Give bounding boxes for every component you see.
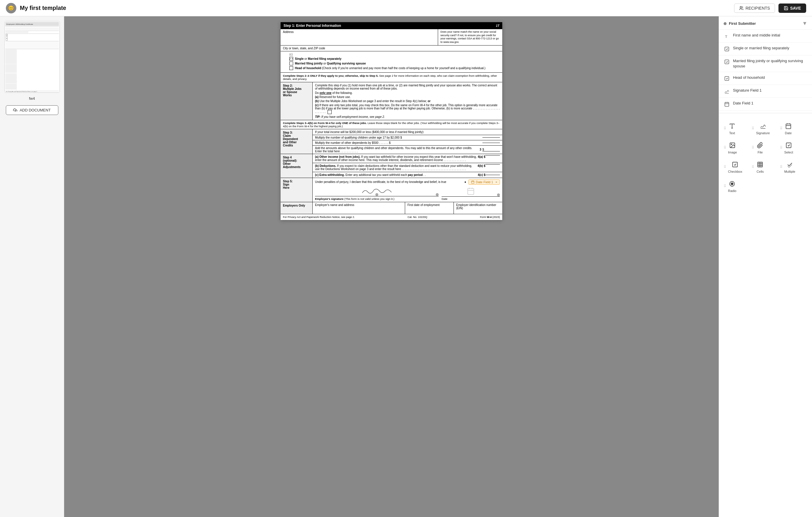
single-label: Single or Married filing separately xyxy=(295,57,342,60)
save-button[interactable]: SAVE xyxy=(779,3,806,13)
employers-label: Employers Only xyxy=(281,202,313,214)
select-tool-icon xyxy=(785,141,793,149)
field-item-first-name[interactable]: T First name and middle initial xyxy=(719,30,812,42)
text-field-icon: T xyxy=(724,33,730,39)
text-tool[interactable]: Text xyxy=(727,119,737,138)
svg-rect-4 xyxy=(5,27,59,27)
step5-penalty-text: Under penalties of perjury, I declare th… xyxy=(315,180,462,183)
sig-drag-handle[interactable] xyxy=(375,193,378,196)
head-checkbox[interactable] xyxy=(289,66,293,70)
calendar-icon-badge xyxy=(471,180,474,184)
checkbox-tool[interactable]: Checkbox xyxy=(727,157,744,176)
file-tool[interactable]: File xyxy=(755,138,765,157)
step2-c: (c) If there are only two jobs total, yo… xyxy=(315,104,500,114)
checkbox-tool-drag[interactable]: ⠿ xyxy=(724,165,726,169)
field-item-single[interactable]: Single or married filing separately xyxy=(719,42,812,55)
topbar-right: RECIPIENTS SAVE xyxy=(734,3,806,13)
multiple-tool-row: ⠿ Multiple xyxy=(780,157,807,176)
step5-penalty-row: Under penalties of perjury, I declare th… xyxy=(315,179,500,185)
field-label-first-name: First name and middle initial xyxy=(733,33,780,38)
svg-rect-28 xyxy=(472,181,474,183)
image-tool[interactable]: Image xyxy=(727,138,738,157)
date-tool-drag[interactable]: ⠿ xyxy=(780,126,783,131)
filing-single-option[interactable]: ✓ Single or Married filing separately xyxy=(289,57,496,61)
date-field-close[interactable]: × xyxy=(496,180,497,184)
svg-rect-5 xyxy=(5,28,59,30)
step4a-row: (a) Other income (not from jobs). If you… xyxy=(313,154,502,163)
step2c-checkbox[interactable] xyxy=(327,110,331,114)
filing-head-option[interactable]: Head of household (Check only if you're … xyxy=(289,66,496,70)
sig-resize-handle[interactable] xyxy=(436,193,439,196)
jointly-checkbox[interactable] xyxy=(289,62,293,65)
tools-grid: ⠿ Text ⠿ Signature xyxy=(724,119,807,196)
step5-title: Step 5: xyxy=(283,180,310,183)
multiple-tool-icon xyxy=(786,161,794,169)
file-tool-icon xyxy=(756,141,764,149)
date-resize-handle[interactable] xyxy=(497,194,500,196)
filing-status-section: (c) ✓ Single or Married filing separatel… xyxy=(281,51,502,73)
city-row: City or town, state, and ZIP code xyxy=(281,46,502,51)
file-tool-drag[interactable]: ⠿ xyxy=(752,146,754,150)
step3-row1-input xyxy=(483,137,500,138)
signature-field[interactable] xyxy=(315,186,439,196)
head-label: Head of household (Check only if you're … xyxy=(295,66,485,70)
field-item-jointly[interactable]: Married filing jointly or qualifying sur… xyxy=(719,55,812,72)
cells-tool-drag[interactable]: ⠿ xyxy=(752,165,754,169)
signature-tool[interactable]: Signature xyxy=(755,119,771,138)
step4b-row: (b) Deductions. If you expect to claim d… xyxy=(313,163,502,172)
radio-tool[interactable]: Radio xyxy=(727,177,737,196)
svg-rect-32 xyxy=(468,188,474,194)
step4-block: Step 4(optional): OtherAdjustments (a) O… xyxy=(281,154,502,178)
single-checkbox[interactable]: ✓ xyxy=(289,57,293,61)
multiple-tool-drag[interactable]: ⠿ xyxy=(780,165,783,169)
step2-label: Step 2: Multiple Jobsor SpouseWorks xyxy=(281,82,313,120)
footer-form: Form W-4 (2023) xyxy=(480,216,500,219)
app-icon: 😊 xyxy=(6,3,16,13)
footer-privacy: For Privacy Act and Paperwork Reduction … xyxy=(283,216,355,219)
step4b-input xyxy=(485,164,500,165)
multiple-tool[interactable]: Multiple xyxy=(783,157,796,176)
document-thumbnail[interactable]: Employee's Withholding Certificate xyxy=(4,21,60,93)
select-tool-drag[interactable]: ⠿ xyxy=(780,146,783,150)
add-document-button[interactable]: ADD DOCUMENT xyxy=(6,105,58,115)
step4-title: Step 4(optional): xyxy=(283,156,310,162)
svg-rect-14 xyxy=(5,41,59,41)
step2-block: Step 2: Multiple Jobsor SpouseWorks Comp… xyxy=(281,82,502,120)
field-label-signature: Signature Field 1 xyxy=(733,88,761,93)
checkbox-tool-row: ⠿ Checkbox xyxy=(724,157,751,176)
app-title: My first template xyxy=(20,5,66,11)
date-tool[interactable]: Date xyxy=(783,119,794,138)
field-item-date[interactable]: Date Field 1 xyxy=(719,98,812,111)
text-tool-drag[interactable]: ⠿ xyxy=(724,126,726,131)
svg-rect-22 xyxy=(17,73,59,83)
step4a-num: 4(a) $ xyxy=(478,155,485,159)
image-tool-drag[interactable]: ⠿ xyxy=(724,146,726,150)
collapse-button[interactable]: ▼ xyxy=(802,21,807,27)
text-tool-icon xyxy=(728,122,736,130)
cells-tool[interactable]: Cells xyxy=(755,157,765,176)
recipients-button[interactable]: RECIPIENTS xyxy=(734,3,775,13)
svg-rect-41 xyxy=(725,103,729,107)
select-tool-label: Select xyxy=(784,150,793,154)
step3-label: Step 3: ClaimDependentand OtherCredits xyxy=(281,129,313,154)
main-layout: Employee's Withholding Certificate xyxy=(0,16,812,517)
signature-tool-drag[interactable]: ⠿ xyxy=(752,126,754,131)
field-item-head[interactable]: Head of household xyxy=(719,72,812,85)
step3-row3: Add the amounts above for qualifying chi… xyxy=(313,146,502,154)
field-item-signature[interactable]: Signature Field 1 xyxy=(719,85,812,98)
date-field-badge[interactable]: Date Field 1 × xyxy=(468,179,500,185)
checkbox-tool-icon xyxy=(731,161,739,169)
step5-subtitle: SignHere xyxy=(283,183,310,189)
sig-labels-row: Employee's signature (This form is not v… xyxy=(315,197,500,200)
submitter-label: First Submitter xyxy=(729,21,756,26)
signature-tool-icon xyxy=(759,122,767,130)
filing-jointly-option[interactable]: Married filing jointly or Qualifying sur… xyxy=(289,62,496,65)
radio-tool-drag[interactable]: ⠿ xyxy=(724,184,726,188)
select-tool[interactable]: Select xyxy=(783,138,794,157)
radio-tool-label: Radio xyxy=(728,189,736,193)
step3-row1: Multiply the number of qualifying childr… xyxy=(313,135,502,140)
date-field-area[interactable] xyxy=(442,186,500,197)
date-field-icon xyxy=(724,101,730,107)
step3-content: If your total income will be $200,000 or… xyxy=(313,129,502,154)
topbar: 😊 My first template RECIPIENTS SAVE xyxy=(0,0,812,16)
